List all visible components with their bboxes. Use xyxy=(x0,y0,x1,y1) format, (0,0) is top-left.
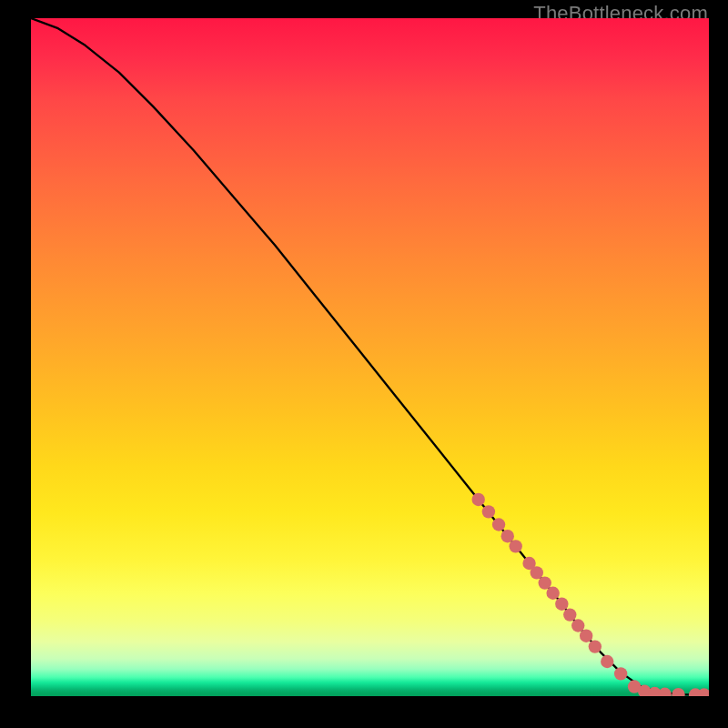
marker-dot xyxy=(509,540,521,552)
marker-dot xyxy=(555,597,568,610)
marker-dot xyxy=(546,587,559,600)
marker-dot xyxy=(658,688,671,696)
bottleneck-curve xyxy=(31,18,709,695)
marker-dot xyxy=(501,530,514,542)
marker-dot xyxy=(472,493,485,506)
marker-dot xyxy=(614,667,627,680)
marker-dot xyxy=(571,619,584,632)
marker-dot xyxy=(580,629,592,642)
chart-stage: TheBottleneck.com xyxy=(0,0,728,728)
plot-area xyxy=(31,18,709,696)
highlighted-points xyxy=(472,493,710,696)
marker-dot xyxy=(589,640,602,652)
marker-dot xyxy=(539,576,551,589)
marker-dot xyxy=(672,688,684,696)
marker-dot xyxy=(698,688,709,696)
marker-dot xyxy=(492,518,505,531)
marker-dot xyxy=(482,505,495,518)
marker-dot xyxy=(601,655,613,668)
curve-layer xyxy=(31,18,709,696)
marker-dot xyxy=(531,566,543,579)
marker-dot xyxy=(563,608,576,621)
